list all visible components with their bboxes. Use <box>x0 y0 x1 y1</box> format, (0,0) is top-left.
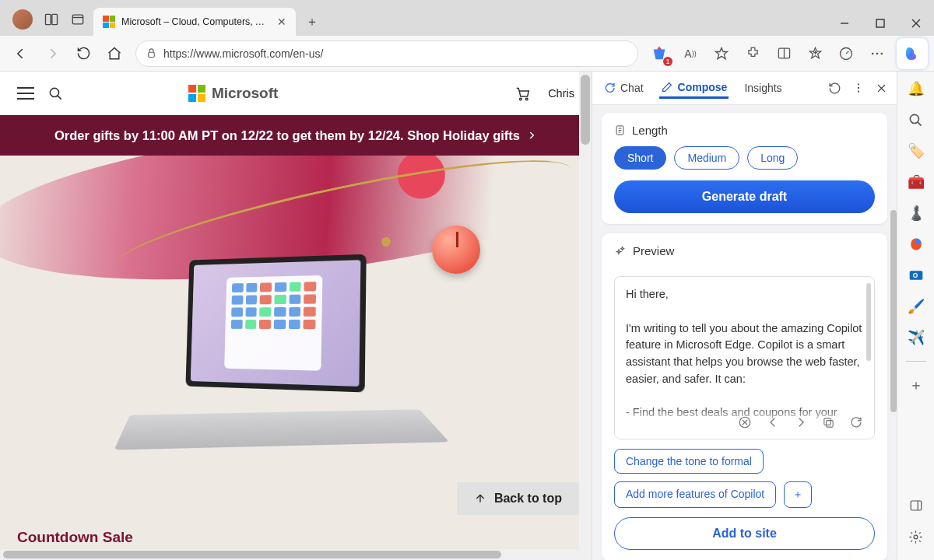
page-horizontal-scrollbar[interactable] <box>0 549 592 560</box>
microsoft-logo[interactable]: Microsoft <box>188 85 279 102</box>
svg-point-11 <box>526 98 528 100</box>
svg-rect-18 <box>824 418 831 425</box>
preview-next-button[interactable] <box>794 415 808 429</box>
svg-point-23 <box>914 535 918 539</box>
svg-point-6 <box>872 52 874 54</box>
generate-draft-button[interactable]: Generate draft <box>614 180 875 213</box>
window-minimize-button[interactable] <box>827 11 862 36</box>
preview-card: Preview Hi there, I'm writing to tell yo… <box>602 233 887 560</box>
add-to-site-button[interactable]: Add to site <box>614 517 875 550</box>
read-aloud-button[interactable]: A)) <box>676 40 705 68</box>
menu-button[interactable] <box>17 87 34 100</box>
panel-scrollbar[interactable] <box>890 210 897 490</box>
sidebar-games-icon[interactable]: ♟️ <box>907 204 925 222</box>
svg-point-8 <box>881 52 883 54</box>
forward-button <box>37 40 67 68</box>
svg-point-14 <box>858 91 859 93</box>
tab-chat[interactable]: Chat <box>602 79 645 97</box>
length-label: Length <box>632 124 668 137</box>
logo-text: Microsoft <box>212 85 279 102</box>
chevron-right-icon <box>526 130 537 141</box>
sidebar-outlook-icon[interactable]: O <box>907 266 925 285</box>
sidebar-add-button[interactable]: ＋ <box>907 376 925 394</box>
more-button[interactable] <box>862 40 892 68</box>
sidebar-m365-icon[interactable] <box>907 235 925 254</box>
back-to-top-button[interactable]: Back to top <box>457 482 579 515</box>
tab-compose[interactable]: Compose <box>659 78 729 99</box>
suggestion-add-features[interactable]: Add more features of Copilot <box>614 481 776 508</box>
svg-point-13 <box>858 87 859 89</box>
shopping-button[interactable] <box>644 40 674 68</box>
window-titlebar: Microsoft – Cloud, Computers, A… ✕ ＋ <box>0 0 934 36</box>
cart-button[interactable] <box>514 86 531 102</box>
refresh-button[interactable] <box>68 40 98 68</box>
performance-button[interactable] <box>831 40 861 68</box>
extensions-button[interactable] <box>738 40 767 68</box>
preview-textbox[interactable]: Hi there, I'm writing to tell you about … <box>614 276 875 439</box>
back-button[interactable] <box>6 40 36 68</box>
preview-scrollbar[interactable] <box>866 283 871 361</box>
microsoft-favicon <box>103 16 115 28</box>
svg-rect-1 <box>52 14 58 24</box>
svg-point-7 <box>876 52 879 54</box>
copilot-toggle-button[interactable] <box>897 38 928 69</box>
address-bar[interactable]: https://www.microsoft.com/en-us/ <box>135 40 638 67</box>
length-medium-button[interactable]: Medium <box>674 146 739 170</box>
svg-point-10 <box>520 98 522 100</box>
svg-text:O: O <box>912 271 918 279</box>
site-info-icon[interactable] <box>146 47 157 59</box>
preview-copy-button[interactable] <box>822 416 835 429</box>
sidebar-tools-icon[interactable]: 🧰 <box>907 173 925 191</box>
suggestion-more-button[interactable]: ＋ <box>784 481 812 508</box>
window-close-button[interactable] <box>898 11 934 36</box>
copilot-more-button[interactable] <box>852 82 865 94</box>
tab-close-button[interactable]: ✕ <box>277 16 286 28</box>
promo-banner[interactable]: Order gifts by 11:00 AM PT on 12/22 to g… <box>0 115 592 156</box>
preview-prev-button[interactable] <box>766 415 780 429</box>
suggestion-change-tone[interactable]: Change the tone to formal <box>614 449 764 474</box>
sidebar-search-icon[interactable] <box>907 110 925 129</box>
preview-label: Preview <box>633 244 674 257</box>
sidebar-send-icon[interactable]: ✈️ <box>907 328 925 347</box>
promo-text: Order gifts by 11:00 AM PT on 12/22 to g… <box>54 128 520 143</box>
length-short-button[interactable]: Short <box>614 146 666 170</box>
preview-line: I'm writing to tell you about the amazin… <box>626 320 863 388</box>
new-tab-button[interactable]: ＋ <box>300 10 324 33</box>
favorite-button[interactable] <box>707 40 736 68</box>
length-icon <box>614 124 626 136</box>
account-name[interactable]: Chris <box>548 87 574 100</box>
preview-regenerate-button[interactable] <box>849 415 863 429</box>
product-image-laptop <box>101 257 451 498</box>
browser-tab[interactable]: Microsoft – Cloud, Computers, A… ✕ <box>93 8 296 36</box>
svg-rect-2 <box>72 15 83 24</box>
site-header: Microsoft Chris <box>0 72 592 115</box>
edge-sidebar: 🔔 🏷️ 🧰 ♟️ O 🖌️ ✈️ ＋ <box>897 72 934 560</box>
page-vertical-scrollbar[interactable] <box>579 72 592 560</box>
copilot-panel: Chat Compose Insights Length Short Mediu… <box>592 72 897 560</box>
window-maximize-button[interactable] <box>862 11 898 36</box>
svg-point-12 <box>858 83 859 85</box>
svg-rect-0 <box>46 14 51 24</box>
sidebar-notifications-icon[interactable]: 🔔 <box>907 79 925 98</box>
search-button[interactable] <box>48 86 63 101</box>
workspaces-icon[interactable] <box>44 12 59 27</box>
tab-title: Microsoft – Cloud, Computers, A… <box>121 16 271 27</box>
collections-button[interactable] <box>800 40 830 68</box>
sidebar-settings-icon[interactable] <box>907 527 925 546</box>
copilot-refresh-button[interactable] <box>828 82 841 95</box>
svg-point-9 <box>50 88 58 96</box>
profile-avatar[interactable] <box>12 9 33 30</box>
sidebar-shopping-icon[interactable]: 🏷️ <box>907 142 925 160</box>
sidebar-hide-button[interactable] <box>907 496 925 515</box>
tab-actions-icon[interactable] <box>70 12 86 27</box>
decorative-ornament <box>381 237 391 247</box>
split-screen-button[interactable] <box>769 40 799 68</box>
home-button[interactable] <box>100 40 129 68</box>
browser-toolbar: https://www.microsoft.com/en-us/ A)) <box>0 36 934 72</box>
tab-insights[interactable]: Insights <box>743 79 783 97</box>
copilot-close-button[interactable] <box>876 82 887 94</box>
sparkle-icon <box>614 245 627 257</box>
preview-clear-button[interactable] <box>738 415 752 429</box>
length-long-button[interactable]: Long <box>747 146 798 170</box>
sidebar-designer-icon[interactable]: 🖌️ <box>907 297 925 316</box>
